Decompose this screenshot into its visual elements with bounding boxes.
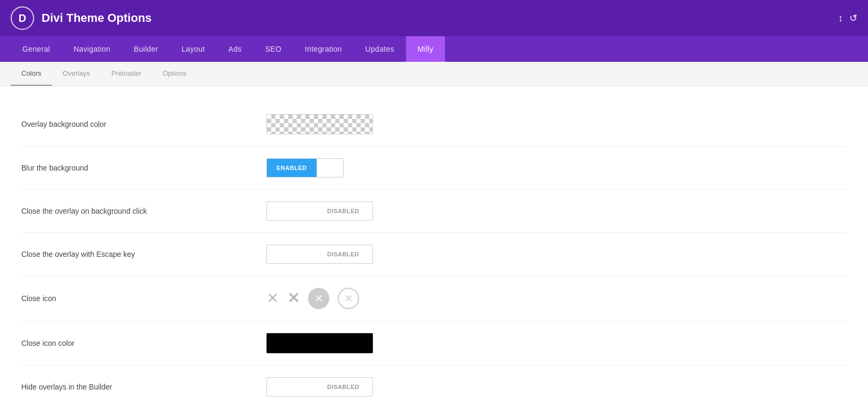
toggle-thumb-left-3[interactable]: [267, 378, 320, 396]
close-overlay-bg-label: Close the overlay on background click: [21, 207, 266, 215]
subtab-colors[interactable]: Colors: [11, 62, 52, 86]
close-icon-x1[interactable]: ✕: [266, 291, 279, 306]
tab-integration[interactable]: Integration: [293, 36, 353, 62]
close-icon-options: ✕ ✕ ✕ ✕: [266, 288, 359, 309]
blur-background-control: ENABLED: [266, 158, 344, 177]
subtab-overlays[interactable]: Overlays: [52, 62, 101, 86]
close-overlay-bg-toggle[interactable]: DISABLED: [266, 201, 373, 221]
tab-general[interactable]: General: [11, 36, 62, 62]
blur-background-label: Blur the background: [21, 164, 266, 172]
close-icon-x2[interactable]: ✕: [287, 291, 299, 306]
setting-row-close-icon: Close icon ✕ ✕ ✕ ✕: [21, 276, 847, 321]
close-icon-circle-outline[interactable]: ✕: [338, 288, 359, 309]
setting-row-close-icon-color: Close icon color: [21, 321, 847, 366]
close-escape-control: DISABLED: [266, 245, 373, 264]
sub-nav: Colors Overlays Preloader Options: [0, 62, 868, 86]
overlay-bg-color-label: Overlay background color: [21, 120, 266, 128]
close-overlay-bg-control: DISABLED: [266, 201, 373, 221]
hide-overlays-label: Hide overlays in the Builder: [21, 383, 266, 391]
header: D Divi Theme Options ↕ ↺: [0, 0, 868, 36]
toggle-thumb-left-2[interactable]: [267, 245, 320, 263]
main-content: Overlay background color Blur the backgr…: [0, 86, 868, 405]
close-escape-toggle[interactable]: DISABLED: [266, 245, 373, 264]
setting-row-hide-overlays: Hide overlays in the Builder DISABLED: [21, 366, 847, 405]
toggle-disabled-label-3[interactable]: DISABLED: [320, 378, 367, 396]
hide-overlays-control: DISABLED: [266, 377, 373, 396]
tab-updates[interactable]: Updates: [354, 36, 406, 62]
subtab-preloader[interactable]: Preloader: [101, 62, 152, 86]
close-icon-label: Close icon: [21, 294, 266, 303]
color-picker-black[interactable]: [266, 333, 373, 353]
main-nav: General Navigation Builder Layout Ads SE…: [0, 36, 868, 62]
toggle-enabled-label[interactable]: ENABLED: [267, 159, 317, 177]
setting-row-close-escape: Close the overlay with Escape key DISABL…: [21, 233, 847, 276]
setting-row-close-overlay-bg: Close the overlay on background click DI…: [21, 190, 847, 233]
close-icon-circle-filled[interactable]: ✕: [308, 288, 329, 309]
tab-milly[interactable]: Milly: [406, 36, 445, 62]
setting-row-blur-background: Blur the background ENABLED: [21, 147, 847, 190]
reset-button[interactable]: ↺: [849, 12, 857, 24]
close-icon-color-label: Close icon color: [21, 339, 266, 347]
hide-overlays-toggle[interactable]: DISABLED: [266, 377, 373, 396]
blur-toggle-enabled[interactable]: ENABLED: [266, 158, 344, 177]
setting-row-overlay-bg-color: Overlay background color: [21, 102, 847, 147]
color-picker-transparent[interactable]: [266, 114, 373, 134]
toggle-disabled-label-2[interactable]: DISABLED: [320, 245, 367, 263]
tab-builder[interactable]: Builder: [122, 36, 170, 62]
sort-button[interactable]: ↕: [838, 13, 843, 24]
subtab-options[interactable]: Options: [152, 62, 197, 86]
close-icon-control: ✕ ✕ ✕ ✕: [266, 288, 359, 309]
close-escape-label: Close the overlay with Escape key: [21, 250, 266, 258]
toggle-thumb-left[interactable]: [267, 202, 320, 220]
tab-ads[interactable]: Ads: [217, 36, 254, 62]
tab-layout[interactable]: Layout: [170, 36, 217, 62]
tab-seo[interactable]: SEO: [254, 36, 293, 62]
close-icon-color-control: [266, 333, 373, 353]
toggle-disabled-label[interactable]: DISABLED: [320, 202, 367, 220]
logo: D: [11, 6, 34, 30]
tab-navigation[interactable]: Navigation: [62, 36, 122, 62]
header-actions: ↕ ↺: [838, 12, 857, 24]
overlay-bg-color-control: [266, 114, 373, 134]
toggle-thumb[interactable]: [317, 159, 343, 177]
app-title: Divi Theme Options: [42, 11, 152, 25]
